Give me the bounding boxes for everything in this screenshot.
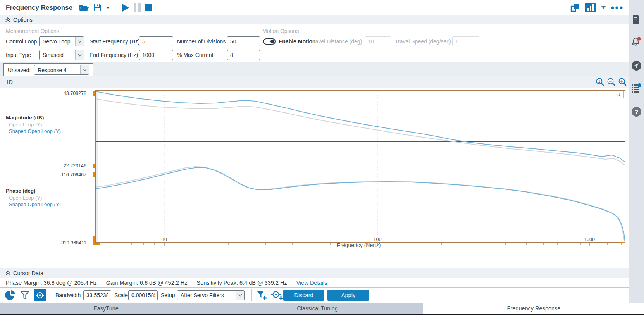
chart-panel-label: 1D	[0, 79, 13, 85]
cursor-data-collapse-icon[interactable]	[5, 270, 10, 276]
discard-button[interactable]: Discard	[283, 290, 324, 301]
measurement-options-title: Measurement Options	[6, 28, 59, 34]
stop-icon[interactable]	[145, 4, 153, 12]
navigate-icon[interactable]	[631, 60, 642, 71]
mag-axis-max-label: 43.708278	[0, 91, 86, 96]
unsaved-label: Unsaved:	[8, 67, 31, 73]
open-folder-icon[interactable]	[79, 3, 89, 12]
setup-select[interactable]: After Servo Filters	[177, 290, 245, 300]
zoom-100-icon[interactable]: 1	[596, 77, 604, 86]
cursor-data-section-header[interactable]: Cursor Data	[0, 268, 629, 278]
chart-area: 43.708278 -22.223146 -116.706467 -319.36…	[0, 88, 629, 268]
bandwidth-input[interactable]	[83, 290, 111, 300]
add-crosshair-icon[interactable]	[271, 289, 283, 303]
magnitude-legend-title: Magnitude (dB)	[6, 115, 44, 120]
max-current-input[interactable]	[227, 50, 260, 60]
notifications-icon[interactable]	[631, 36, 642, 47]
input-type-select[interactable]: Sinusoid	[39, 50, 84, 60]
options-collapse-icon[interactable]	[5, 17, 10, 22]
controller-icon[interactable]	[631, 14, 642, 25]
chevron-down-icon	[75, 37, 84, 46]
top-toolbar: Frequency Response	[0, 0, 629, 15]
right-sidebar: ?	[629, 0, 644, 303]
log-list-icon[interactable]	[631, 83, 642, 93]
chevron-down-icon	[75, 50, 84, 60]
enable-motion-toggle[interactable]	[263, 38, 276, 45]
stability-margins-row: Phase Margin: 36.8 deg @ 205.4 Hz Gain M…	[0, 278, 629, 288]
magnitude-shaped-open-loop-legend[interactable]: Shaped Open Loop (Y)	[9, 128, 61, 134]
pie-chart-icon[interactable]	[5, 290, 16, 302]
travel-distance-label: Travel Distance (deg)	[310, 38, 362, 45]
scale-label: Scale	[114, 292, 128, 298]
x-tick-10: 10	[153, 237, 176, 242]
options-section-header[interactable]: Options	[0, 15, 629, 24]
phase-shaped-open-loop-legend[interactable]: Shaped Open Loop (Y)	[9, 201, 61, 207]
sensitivity-peak-value: Sensitivity Peak: 6.4 dB @ 339.2 Hz	[197, 280, 287, 286]
response-tab-strip: Unsaved: Response 4	[0, 62, 629, 76]
chart-zoom-controls: 1	[596, 77, 627, 86]
setup-label: Setup	[161, 292, 175, 298]
add-filter-icon[interactable]	[256, 290, 268, 302]
page-title: Frequency Response	[0, 4, 79, 12]
play-icon[interactable]	[121, 3, 129, 12]
gain-margin-value: Gain Margin: 6.6 dB @ 452.2 Hz	[106, 280, 188, 286]
control-loop-label: Control Loop	[6, 38, 37, 45]
start-frequency-label: Start Frequency (Hz)	[90, 38, 140, 45]
pause-icon[interactable]	[133, 3, 141, 12]
tab-classical-tuning[interactable]: Classical Tuning	[212, 303, 423, 314]
cursor-data-header-label: Cursor Data	[13, 270, 43, 276]
x-tick-100: 100	[366, 237, 389, 242]
help-icon[interactable]: ?	[631, 106, 642, 117]
magnitude-open-loop-legend[interactable]: Open Loop (Y)	[9, 122, 42, 127]
chevron-down-icon	[80, 65, 89, 74]
save-dropdown-caret[interactable]	[106, 6, 110, 9]
module-tab-bar: EasyTune Classical Tuning Frequency Resp…	[0, 303, 644, 314]
divisions-input[interactable]	[227, 36, 260, 46]
response-tab[interactable]: Unsaved: Response 4	[3, 63, 93, 76]
chart-panel-header: 1D 1	[0, 76, 629, 88]
filter-icon[interactable]	[20, 290, 30, 302]
tab-frequency-response[interactable]: Frequency Response	[423, 303, 644, 314]
bottom-toolbar: Bandwidth Scale Setup After Servo Filter…	[0, 288, 629, 303]
svg-text:?: ?	[634, 108, 638, 115]
x-axis-title: Frequency (Hertz)	[334, 242, 384, 248]
toolbar-divider	[116, 3, 116, 13]
end-frequency-input[interactable]	[139, 50, 173, 60]
svg-text:1: 1	[598, 79, 601, 83]
zoom-in-icon[interactable]	[618, 77, 627, 86]
tab-easytune[interactable]: EasyTune	[0, 303, 212, 314]
end-frequency-label: End Frequency (Hz)	[90, 52, 138, 58]
footer-divider	[251, 289, 252, 301]
start-frequency-input[interactable]	[139, 36, 173, 46]
options-panel: Measurement Options Control Loop Servo L…	[0, 24, 629, 62]
x-tick-1000: 1000	[578, 237, 601, 242]
travel-distance-input[interactable]	[365, 36, 391, 46]
footer-divider	[51, 289, 51, 301]
divisions-label: Number of Divisions	[177, 38, 226, 45]
zoom-level-badge: 0	[614, 91, 624, 98]
save-icon[interactable]	[93, 3, 102, 12]
travel-speed-label: Travel Speed (deg/sec)	[395, 38, 451, 45]
chart-view-icon[interactable]	[585, 3, 596, 12]
phase-open-loop-legend[interactable]: Open Loop (Y)	[9, 195, 42, 201]
crosshair-icon[interactable]	[34, 289, 46, 301]
frequency-response-window: Frequency Response	[0, 0, 644, 315]
bode-plot[interactable]	[0, 88, 629, 268]
chevron-down-icon	[236, 291, 244, 300]
duplicate-view-icon[interactable]	[570, 3, 580, 12]
travel-speed-input[interactable]	[452, 36, 479, 46]
toolbar-right-cluster	[570, 0, 623, 15]
response-select[interactable]: Response 4	[34, 65, 89, 75]
control-loop-select[interactable]: Servo Loop	[39, 36, 84, 46]
more-menu-icon[interactable]	[611, 6, 623, 10]
chart-view-caret[interactable]	[601, 6, 606, 9]
zoom-out-icon[interactable]	[607, 77, 616, 86]
apply-button[interactable]: Apply	[327, 290, 369, 301]
input-type-label: Input Type	[6, 52, 31, 58]
scale-input[interactable]	[128, 290, 158, 300]
phase-axis-max-label: -116.706467	[0, 172, 86, 177]
view-details-link[interactable]: View Details	[296, 280, 327, 286]
motion-options-title: Motion Options	[262, 28, 299, 34]
phase-margin-value: Phase Margin: 36.8 deg @ 205.4 Hz	[6, 280, 97, 286]
max-current-label: % Max Current	[177, 52, 213, 58]
